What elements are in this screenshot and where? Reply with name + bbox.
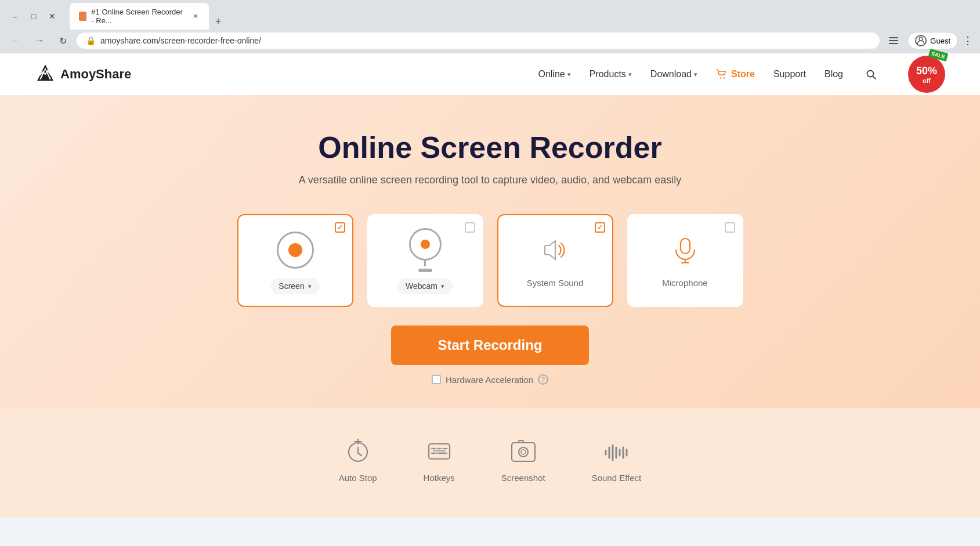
hardware-acceleration-label: Hardware Acceleration xyxy=(446,375,533,385)
feature-screenshot[interactable]: Screenshot xyxy=(501,436,545,483)
nav-store-label: Store xyxy=(731,69,755,79)
hotkeys-icon xyxy=(424,436,454,466)
logo-text: AmoyShare xyxy=(60,67,131,82)
microphone-label: Microphone xyxy=(662,278,707,288)
minimize-button[interactable]: – xyxy=(7,8,23,24)
tab-bar: #1 Online Screen Recorder - Re... ✕ + xyxy=(65,3,226,30)
reload-button[interactable]: ↻ xyxy=(53,31,72,50)
hardware-acceleration-checkbox[interactable] xyxy=(432,375,441,384)
back-button[interactable]: ← xyxy=(7,31,26,50)
svg-point-28 xyxy=(521,450,526,454)
browser-menu-button[interactable]: ⋮ xyxy=(963,34,973,47)
svg-rect-29 xyxy=(519,440,523,443)
chevron-down-icon: ▾ xyxy=(628,71,632,78)
webcam-label-dropdown[interactable]: Webcam ▾ xyxy=(397,278,453,294)
svg-point-8 xyxy=(867,71,874,77)
hotkeys-label: Hotkeys xyxy=(424,473,455,483)
sound-effect-label: Sound Effect xyxy=(592,473,642,483)
screenshot-label: Screenshot xyxy=(501,473,545,483)
page-content: AmoyShare Online ▾ Products ▾ Download ▾ xyxy=(0,53,980,518)
webcam-checkbox[interactable] xyxy=(465,222,475,233)
svg-rect-14 xyxy=(429,444,450,459)
svg-point-6 xyxy=(720,77,721,78)
nav-products[interactable]: Products ▾ xyxy=(590,69,632,79)
hero-section: Online Screen Recorder A versatile onlin… xyxy=(0,95,980,408)
close-button[interactable]: ✕ xyxy=(44,8,60,24)
sidebar-toggle-button[interactable] xyxy=(884,31,903,50)
lock-icon: 🔒 xyxy=(86,36,96,45)
system-sound-icon xyxy=(537,232,574,269)
screen-option-card[interactable]: Screen ▾ xyxy=(237,214,353,307)
profile-icon xyxy=(915,35,927,46)
nav-download-label: Download xyxy=(650,69,692,79)
screen-checkbox[interactable] xyxy=(335,222,345,233)
hero-title: Online Screen Recorder xyxy=(23,130,957,165)
system-sound-checkbox[interactable] xyxy=(595,222,605,233)
feature-sound-effect[interactable]: Sound Effect xyxy=(592,436,642,483)
forward-button[interactable]: → xyxy=(30,31,49,50)
sound-effect-icon xyxy=(601,436,631,466)
svg-point-7 xyxy=(724,77,725,78)
site-logo[interactable]: AmoyShare xyxy=(35,64,131,85)
webcam-icon xyxy=(407,232,444,269)
svg-rect-1 xyxy=(889,40,898,41)
tab-favicon xyxy=(79,12,86,21)
microphone-checkbox[interactable] xyxy=(725,222,735,233)
sale-off: off xyxy=(923,77,931,84)
sale-percent: 50% xyxy=(916,65,937,77)
screenshot-icon xyxy=(508,436,538,466)
sale-badge[interactable]: SALE 50% off xyxy=(908,56,945,93)
nav-products-label: Products xyxy=(590,69,626,79)
nav-blog[interactable]: Blog xyxy=(824,69,843,79)
browser-window-controls: – □ ✕ xyxy=(7,8,60,24)
profile-label: Guest xyxy=(930,37,950,45)
tab-close-icon[interactable]: ✕ xyxy=(191,11,200,21)
auto-stop-icon xyxy=(343,436,373,466)
screen-label: Screen xyxy=(279,281,304,291)
svg-rect-0 xyxy=(889,37,898,38)
svg-rect-10 xyxy=(681,238,690,254)
browser-titlebar: – □ ✕ #1 Online Screen Recorder - Re... … xyxy=(0,0,980,28)
nav-online[interactable]: Online ▾ xyxy=(538,69,570,79)
features-row: Auto Stop xyxy=(0,408,980,501)
nav-menu: Online ▾ Products ▾ Download ▾ Store xyxy=(538,56,945,93)
active-tab[interactable]: #1 Online Screen Recorder - Re... ✕ xyxy=(70,3,209,30)
address-text: amoyshare.com/screen-recorder-free-onlin… xyxy=(100,36,870,45)
browser-nav-bar: ← → ↻ 🔒 amoyshare.com/screen-recorder-fr… xyxy=(0,28,980,53)
webcam-option-card[interactable]: Webcam ▾ xyxy=(367,214,483,307)
svg-point-3 xyxy=(919,37,923,41)
screen-icon xyxy=(277,232,314,269)
tab-title: #1 Online Screen Recorder - Re... xyxy=(91,8,186,25)
start-recording-button[interactable]: Start Recording xyxy=(391,326,588,365)
profile-button[interactable]: Guest xyxy=(907,32,958,49)
system-sound-option-card[interactable]: System Sound xyxy=(497,214,613,307)
hardware-acceleration-help-icon[interactable]: ? xyxy=(538,374,548,385)
feature-auto-stop[interactable]: Auto Stop xyxy=(339,436,377,483)
hardware-acceleration-row: Hardware Acceleration ? xyxy=(23,374,957,385)
system-sound-label: System Sound xyxy=(527,278,584,288)
new-tab-button[interactable]: + xyxy=(210,13,226,30)
chevron-down-icon: ▾ xyxy=(308,283,312,290)
search-icon xyxy=(865,68,877,80)
nav-online-label: Online xyxy=(538,69,565,79)
microphone-option-card[interactable]: Microphone xyxy=(627,214,743,307)
search-button[interactable] xyxy=(862,65,880,84)
recording-options: Screen ▾ Webcam xyxy=(23,214,957,307)
svg-rect-26 xyxy=(512,443,535,461)
auto-stop-label: Auto Stop xyxy=(339,473,377,483)
nav-store[interactable]: Store xyxy=(716,68,755,80)
site-navbar: AmoyShare Online ▾ Products ▾ Download ▾ xyxy=(0,53,980,95)
maximize-button[interactable]: □ xyxy=(26,8,42,24)
nav-download[interactable]: Download ▾ xyxy=(650,69,697,79)
screen-label-dropdown[interactable]: Screen ▾ xyxy=(270,278,319,294)
microphone-icon xyxy=(667,232,704,269)
feature-hotkeys[interactable]: Hotkeys xyxy=(424,436,455,483)
svg-line-9 xyxy=(873,77,876,79)
chevron-down-icon: ▾ xyxy=(567,71,571,78)
browser-chrome: – □ ✕ #1 Online Screen Recorder - Re... … xyxy=(0,0,980,53)
nav-support[interactable]: Support xyxy=(773,69,806,79)
svg-rect-2 xyxy=(889,43,898,44)
address-bar[interactable]: 🔒 amoyshare.com/screen-recorder-free-onl… xyxy=(77,32,880,49)
chevron-down-icon: ▾ xyxy=(441,283,444,290)
webcam-label: Webcam xyxy=(406,281,437,291)
